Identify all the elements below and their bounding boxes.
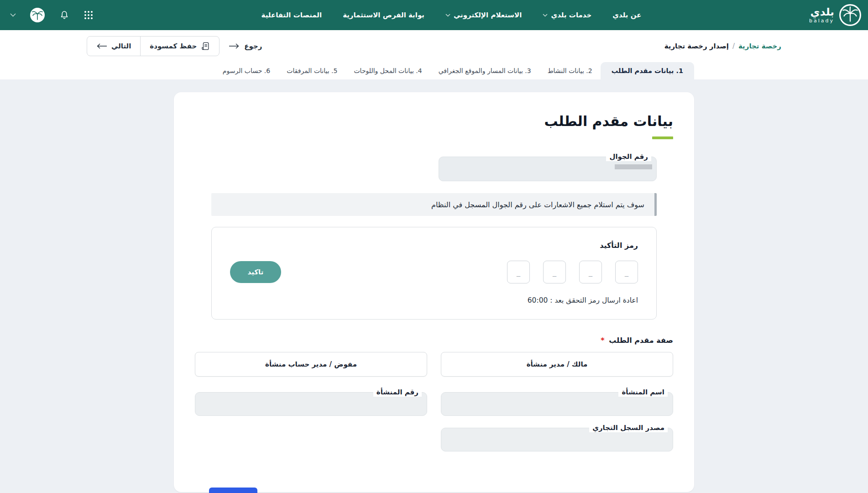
next-button-label: التالي [111,42,131,50]
chat-widget-peek[interactable] [209,488,257,493]
mobile-number-label: رقم الجوال [606,152,651,161]
nav-label: بوابة الفرص الاستثمارية [343,11,424,19]
otp-digit-input-4[interactable] [507,261,530,283]
tab-attachments-data[interactable]: 5. بيانات المرفقات [278,62,345,79]
balady-logo[interactable]: بلدي balady [809,4,862,26]
wizard-actions: رجوع حفظ كمسودة التالي [87,36,262,56]
nav-balady-services[interactable]: خدمات بلدي [543,11,591,19]
breadcrumb: رخصة تجارية / إصدار رخصة تجارية [664,42,781,50]
apps-grid-icon[interactable] [84,10,94,20]
breadcrumb-separator: / [732,42,735,50]
logo-latin-text: balady [809,18,834,23]
nav-label: الاستعلام الإلكتروني [454,11,522,19]
save-next-button-group: حفظ كمسودة التالي [87,36,220,56]
logo-arabic-text: بلدي [810,7,834,17]
otp-label: رمز التأكيد [230,241,638,250]
applicant-role-options: مالك / مدير منشأة مفوض / مدير حساب منشأة [195,352,673,377]
bell-icon[interactable] [59,10,70,21]
palm-avatar-icon[interactable] [30,7,45,23]
palm-logo-icon [839,4,862,26]
mobile-number-field: رقم الجوال [439,157,657,181]
header-icon-group [6,7,94,23]
establishment-name-label: اسم المنشأة [618,388,668,397]
main-nav: عن بلدي خدمات بلدي الاستعلام الإلكتروني … [261,11,642,19]
confirm-otp-button[interactable]: تاكيد [230,261,281,283]
tab-shop-signs-data[interactable]: 4. بيانات المحل واللوحات [345,62,430,79]
otp-inputs-row: تاكيد [230,261,638,283]
notice-text: سوف يتم استلام جميع الاشعارات على رقم ال… [431,200,644,209]
cr-source-label: مصدر السجل التجاري [589,423,668,432]
nav-label: عن بلدي [612,11,641,19]
otp-digit-input-3[interactable] [543,261,566,283]
required-asterisk: * [601,336,604,345]
otp-section: رقم الجوال سوف يتم استلام جميع الاشعارات… [195,157,673,320]
tab-track-location-data[interactable]: 3. بيانات المسار والموقع الجغرافي [430,62,539,79]
wizard-steps: 1. بيانات مقدم الطلب 2. بيانات النشاط 3.… [0,62,868,79]
breadcrumb-parent-link[interactable]: رخصة تجارية [738,42,781,50]
back-button[interactable]: رجوع [229,42,262,50]
otp-box: رمز التأكيد تاكيد اعادة ارسال رمز التحقق… [211,227,657,320]
establishment-number-field: رقم المنشأة [195,392,427,416]
nav-electronic-inquiry[interactable]: الاستعلام الإلكتروني [445,11,522,19]
cr-source-field: مصدر السجل التجاري [441,428,673,451]
tab-fees-calculation[interactable]: 6. حساب الرسوم [214,62,278,79]
chevron-down-icon [543,14,548,17]
save-draft-label: حفظ كمسودة [150,42,197,50]
tab-activity-data[interactable]: 2. بيانات النشاط [539,62,601,79]
masked-phone-skeleton [615,164,652,169]
page-toolbar: رخصة تجارية / إصدار رخصة تجارية رجوع حفظ… [0,30,868,62]
chevron-down-icon[interactable] [10,13,16,17]
applicant-role-label-text: صفة مقدم الطلب [609,336,673,345]
page-title: بيانات مقدم الطلب [195,113,673,129]
nav-about-balady[interactable]: عن بلدي [612,11,641,19]
role-option-owner-manager[interactable]: مالك / مدير منشأة [441,352,673,377]
main-header: بلدي balady عن بلدي خدمات بلدي الاستعلام… [0,0,868,30]
page-content: بيانات مقدم الطلب رقم الجوال سوف يتم است… [0,79,868,493]
otp-digit-input-2[interactable] [579,261,602,283]
button-divider [140,37,141,56]
arrow-left-icon [96,43,107,49]
resend-countdown-text: اعادة ارسال رمز التحقق بعد : 60:00 [230,296,638,304]
establishment-number-label: رقم المنشأة [373,388,422,397]
tab-applicant-data[interactable]: 1. بيانات مقدم الطلب [601,62,694,79]
nav-label: المنصات التفاعلية [261,11,322,19]
save-draft-button[interactable]: حفظ كمسودة [141,37,219,56]
establishment-fields: اسم المنشأة رقم المنشأة مصدر السجل التجا… [195,392,673,451]
arrow-right-icon [229,43,240,49]
applicant-role-label: صفة مقدم الطلب * [195,336,673,345]
role-option-delegate-account-manager[interactable]: مفوض / مدير حساب منشأة [195,352,427,377]
next-button[interactable]: التالي [87,37,140,56]
notifications-notice: سوف يتم استلام جميع الاشعارات على رقم ال… [211,193,657,216]
establishment-name-field: اسم المنشأة [441,392,673,416]
chevron-down-icon [445,14,450,17]
back-button-label: رجوع [244,42,262,50]
otp-digit-input-1[interactable] [615,261,638,283]
title-accent-bar [652,136,673,139]
applicant-form-card: بيانات مقدم الطلب رقم الجوال سوف يتم است… [174,92,694,492]
breadcrumb-current: إصدار رخصة تجارية [664,42,729,50]
scroll-icon [201,42,210,51]
empty-grid-cell [195,428,427,451]
nav-label: خدمات بلدي [551,11,591,19]
nav-interactive-platforms[interactable]: المنصات التفاعلية [261,11,322,19]
nav-investment-opportunities[interactable]: بوابة الفرص الاستثمارية [343,11,424,19]
